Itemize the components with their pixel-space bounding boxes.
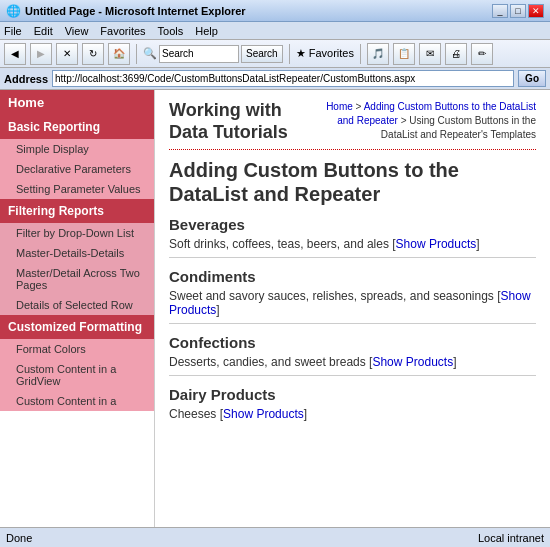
category-title-beverages: Beverages [169,216,536,233]
menu-help[interactable]: Help [195,25,218,37]
history-button[interactable]: 📋 [393,43,415,65]
separator3 [360,44,361,64]
breadcrumb-home[interactable]: Home [326,101,353,112]
breadcrumb: Home > Adding Custom Buttons to the Data… [316,100,536,142]
search-label: 🔍 [143,47,157,60]
search-input[interactable] [159,45,239,63]
divider-condiments [169,323,536,324]
address-bar: Address Go [0,68,550,90]
category-title-dairy: Dairy Products [169,386,536,403]
maximize-button[interactable]: □ [510,4,526,18]
show-products-dairy[interactable]: Show Products [223,407,304,421]
category-desc-beverages: Soft drinks, coffees, teas, beers, and a… [169,237,536,251]
sidebar-item-custom-content[interactable]: Custom Content in a [0,391,154,411]
menu-favorites[interactable]: Favorites [100,25,145,37]
home-button[interactable]: 🏠 [108,43,130,65]
sidebar-item-master-detail-two-pages[interactable]: Master/Detail Across Two Pages [0,263,154,295]
menu-bar: File Edit View Favorites Tools Help [0,22,550,40]
sidebar-item-declarative-parameters[interactable]: Declarative Parameters [0,159,154,179]
search-go-button[interactable]: Search [241,45,283,63]
category-beverages: Beverages Soft drinks, coffees, teas, be… [169,216,536,258]
separator2 [289,44,290,64]
category-title-condiments: Condiments [169,268,536,285]
search-box: 🔍 Search [143,45,283,63]
stop-button[interactable]: ✕ [56,43,78,65]
close-button[interactable]: ✕ [528,4,544,18]
sidebar-item-master-details[interactable]: Master-Details-Details [0,243,154,263]
show-products-condiments[interactable]: Show Products [169,289,531,317]
refresh-button[interactable]: ↻ [82,43,104,65]
category-desc-confections: Desserts, candies, and sweet breads [Sho… [169,355,536,369]
toolbar: ◀ ▶ ✕ ↻ 🏠 🔍 Search ★ Favorites 🎵 📋 ✉ 🖨 ✏ [0,40,550,68]
address-label: Address [4,73,48,85]
sidebar-item-filter-dropdown[interactable]: Filter by Drop-Down List [0,223,154,243]
category-title-confections: Confections [169,334,536,351]
back-button[interactable]: ◀ [4,43,26,65]
sidebar-item-details-selected-row[interactable]: Details of Selected Row [0,295,154,315]
menu-file[interactable]: File [4,25,22,37]
window-controls[interactable]: _ □ ✕ [492,4,544,18]
category-confections: Confections Desserts, candies, and sweet… [169,334,536,376]
site-title: Working with Data Tutorials [169,100,316,143]
media-button[interactable]: 🎵 [367,43,389,65]
address-input[interactable] [52,70,514,87]
divider-beverages [169,257,536,258]
favorites-button[interactable]: ★ Favorites [296,47,354,60]
sidebar-item-simple-display[interactable]: Simple Display [0,139,154,159]
go-button[interactable]: Go [518,70,546,87]
print-button[interactable]: 🖨 [445,43,467,65]
menu-view[interactable]: View [65,25,89,37]
title-bar: 🌐 Untitled Page - Microsoft Internet Exp… [0,0,550,22]
sidebar-item-setting-parameter[interactable]: Setting Parameter Values [0,179,154,199]
edit-button[interactable]: ✏ [471,43,493,65]
sidebar-item-format-colors[interactable]: Format Colors [0,339,154,359]
divider-confections [169,375,536,376]
sidebar-section-basic-reporting[interactable]: Basic Reporting [0,115,154,139]
page-content: Home Basic Reporting Simple Display Decl… [0,90,550,527]
sidebar-item-custom-content-gridview[interactable]: Custom Content in a GridView [0,359,154,391]
status-zone: Local intranet [478,532,544,544]
category-condiments: Condiments Sweet and savory sauces, reli… [169,268,536,324]
category-dairy: Dairy Products Cheeses [Show Products] [169,386,536,421]
sidebar-section-filtering[interactable]: Filtering Reports [0,199,154,223]
page-title: Adding Custom Buttons to the DataList an… [169,158,536,206]
category-desc-dairy: Cheeses [Show Products] [169,407,536,421]
sidebar-section-customized-formatting[interactable]: Customized Formatting [0,315,154,339]
minimize-button[interactable]: _ [492,4,508,18]
window-title: Untitled Page - Microsoft Internet Explo… [25,5,246,17]
breadcrumb-current: Using Custom Buttons in the DataList and… [381,115,536,140]
sidebar: Home Basic Reporting Simple Display Decl… [0,90,155,527]
separator1 [136,44,137,64]
category-desc-condiments: Sweet and savory sauces, relishes, sprea… [169,289,536,317]
menu-tools[interactable]: Tools [158,25,184,37]
menu-edit[interactable]: Edit [34,25,53,37]
mail-button[interactable]: ✉ [419,43,441,65]
status-done: Done [6,532,470,544]
forward-button[interactable]: ▶ [30,43,52,65]
site-header: Working with Data Tutorials Home > Addin… [169,100,536,150]
show-products-confections[interactable]: Show Products [372,355,453,369]
status-bar: Done Local intranet [0,527,550,547]
main-area: Working with Data Tutorials Home > Addin… [155,90,550,527]
show-products-beverages[interactable]: Show Products [396,237,477,251]
sidebar-home[interactable]: Home [0,90,154,115]
